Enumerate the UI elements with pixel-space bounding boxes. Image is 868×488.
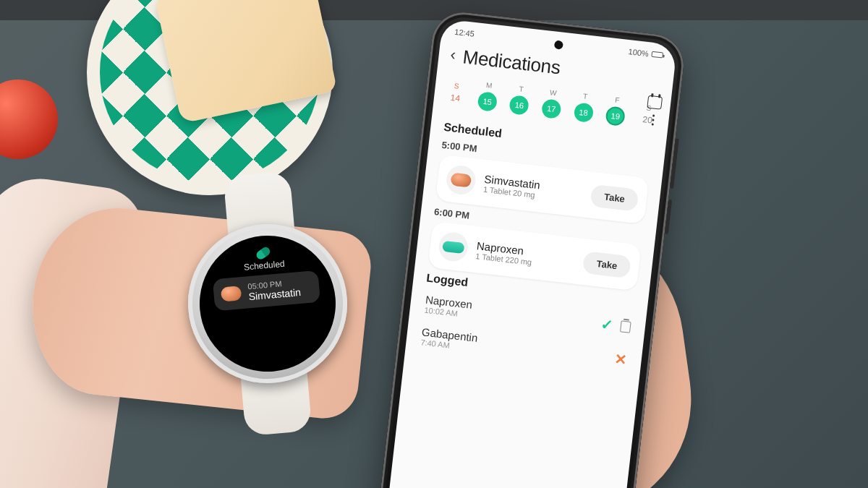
day-sunday[interactable]: S 14 bbox=[439, 80, 472, 105]
content-area: Scheduled 5:00 PM Simvastatin 1 Tablet 2… bbox=[405, 119, 665, 377]
battery-icon bbox=[651, 51, 663, 59]
more-menu-icon[interactable] bbox=[651, 114, 655, 125]
watch-heading: Scheduled bbox=[244, 259, 286, 273]
watch-case: Scheduled 05:00 PM Simvastatin bbox=[182, 218, 354, 390]
status-time: 12:45 bbox=[454, 27, 475, 38]
pill-orange-icon bbox=[220, 286, 242, 301]
phone-screen: 12:45 100% ‹ Medications S 14 M 15 T 16 bbox=[386, 19, 678, 488]
check-icon: ✓ bbox=[600, 315, 615, 334]
pill-orange-icon bbox=[445, 164, 477, 196]
watch-face[interactable]: Scheduled 05:00 PM Simvastatin bbox=[194, 230, 341, 377]
x-icon: ✕ bbox=[613, 349, 628, 368]
pill-teal-icon bbox=[438, 231, 469, 262]
tomato bbox=[0, 80, 58, 159]
battery-text: 100% bbox=[628, 47, 649, 58]
day-monday[interactable]: M 15 bbox=[471, 80, 505, 113]
smartwatch: Scheduled 05:00 PM Simvastatin bbox=[182, 218, 354, 390]
day-wednesday[interactable]: W 17 bbox=[535, 87, 569, 120]
calendar-icon[interactable] bbox=[647, 95, 663, 110]
back-button[interactable]: ‹ bbox=[449, 46, 456, 67]
take-button[interactable]: Take bbox=[582, 251, 631, 278]
day-thursday[interactable]: T 18 bbox=[567, 90, 601, 124]
watch-med-card[interactable]: 05:00 PM Simvastatin bbox=[212, 270, 320, 312]
day-tuesday[interactable]: T 16 bbox=[503, 83, 537, 116]
day-friday[interactable]: F 19 bbox=[599, 94, 633, 127]
take-button[interactable]: Take bbox=[590, 184, 639, 211]
pill-icon bbox=[255, 246, 271, 261]
trash-icon[interactable] bbox=[620, 320, 631, 333]
